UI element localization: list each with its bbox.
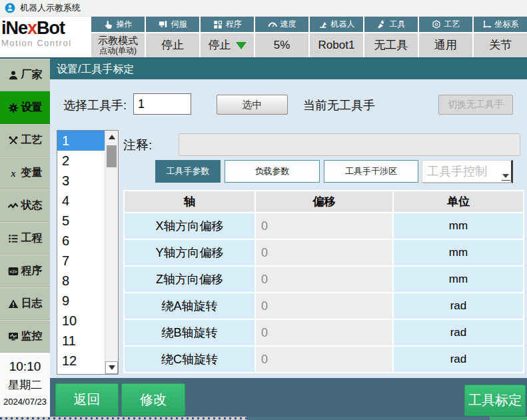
tool-calibration-button[interactable]: 工具标定 <box>464 385 526 416</box>
list-item[interactable]: 1 <box>57 131 105 151</box>
tab-coordinate[interactable]: 坐标系 <box>474 17 527 32</box>
robot-select-button[interactable]: Robot1 <box>310 33 363 57</box>
svg-text:x: x <box>10 168 15 178</box>
brand-subtitle: Motion Control <box>1 38 90 48</box>
table-row: Z轴方向偏移 0 mm <box>125 267 523 292</box>
tab-speed[interactable]: 速度 <box>255 17 308 32</box>
tab-operation[interactable]: 操作 <box>91 17 145 32</box>
coordinate-select-button[interactable]: 关节 <box>474 33 527 57</box>
svg-text:</>: </> <box>9 269 17 275</box>
offset-value-field[interactable]: 0 <box>256 267 392 292</box>
list-item[interactable]: 4 <box>57 191 105 211</box>
offset-value-field[interactable]: 0 <box>256 320 392 345</box>
list-scrollbar[interactable] <box>105 131 118 374</box>
list-item[interactable]: 10 <box>57 311 105 331</box>
monitor-icon <box>8 331 19 342</box>
list-item[interactable]: 3 <box>57 171 105 191</box>
sidebar-item-process[interactable]: 工艺 <box>0 124 50 157</box>
sidebar-item-project[interactable]: 工程 <box>0 222 50 255</box>
sidebar-item-log[interactable]: 日志 <box>0 287 50 320</box>
mode-button[interactable]: 示教模式 点动(单动) <box>91 33 145 57</box>
tool-list: 1 2 3 4 5 6 7 8 9 10 11 12 <box>57 130 119 375</box>
sidebar-item-variables[interactable]: x 变量 <box>0 157 50 189</box>
list-item[interactable]: 11 <box>57 331 105 351</box>
table-row: 绕C轴旋转 0 rad <box>125 347 523 372</box>
tab-tool-params[interactable]: 工具手参数 <box>155 160 221 183</box>
list-item[interactable]: 8 <box>57 271 105 291</box>
tab-program[interactable]: 程序 <box>201 17 254 32</box>
tool-select-label: 选择工具手: <box>63 97 127 113</box>
process-select-button[interactable]: 通用 <box>419 33 472 57</box>
tool-control-dropdown[interactable]: 工具手控制 <box>422 160 513 183</box>
scroll-up-icon[interactable] <box>105 131 118 143</box>
run-status-button[interactable]: 停止 <box>201 33 254 57</box>
list-item[interactable]: 5 <box>57 211 105 231</box>
back-button[interactable]: 返回 <box>55 383 119 416</box>
speed-icon <box>268 20 277 29</box>
robot-icon <box>318 20 328 29</box>
clock-time: 10:10 <box>0 359 50 374</box>
tab-load-params[interactable]: 负载参数 <box>225 160 320 183</box>
current-tool-status: 当前无工具手 <box>303 97 375 113</box>
offset-value-field[interactable]: 0 <box>256 293 392 319</box>
page-title: 设置/工具手标定 <box>50 59 527 79</box>
tool-select-button[interactable]: 无工具 <box>364 33 418 57</box>
code-icon: </> <box>8 266 19 277</box>
scroll-down-icon[interactable] <box>105 361 118 374</box>
tab-tool[interactable]: 工具 <box>364 17 418 32</box>
col-header-unit: 单位 <box>394 191 523 212</box>
speed-value-button[interactable]: 5% <box>255 33 308 57</box>
gear-icon <box>8 103 19 113</box>
footer-bar: 返回 修改 工具标定 <box>50 378 527 417</box>
tools-icon <box>8 135 19 146</box>
table-row: X轴方向偏移 0 mm <box>125 213 523 239</box>
main-panel: 设置/工具手标定 选择工具手: 选中 当前无工具手 切换无工具手 1 2 3 4… <box>50 59 527 420</box>
col-header-axis: 轴 <box>125 191 255 212</box>
sidebar-item-status[interactable]: 状态 <box>0 189 50 222</box>
table-row: 绕B轴旋转 0 rad <box>125 320 523 345</box>
coord-icon <box>482 20 492 29</box>
list-item[interactable]: 9 <box>57 291 105 311</box>
wrench-icon <box>377 20 386 29</box>
sidebar-item-program[interactable]: </> 程序 <box>0 255 50 287</box>
offset-value-field[interactable]: 0 <box>256 240 392 265</box>
col-header-offset: 偏移 <box>256 191 392 212</box>
window-titlebar: 机器人示教系统 <box>0 0 527 17</box>
sidebar-item-settings[interactable]: 设置 <box>0 91 50 124</box>
green-down-triangle-icon <box>236 42 247 49</box>
sidebar: 厂家 设置 工艺 x 变量 状态 工程 </> 程序 日志 监控 10:10 星… <box>0 59 50 420</box>
list-item[interactable]: 7 <box>57 251 105 271</box>
switch-no-tool-button[interactable]: 切换无工具手 <box>438 95 513 115</box>
select-button[interactable]: 选中 <box>217 95 288 115</box>
variable-icon: x <box>8 168 19 179</box>
log-icon <box>8 299 19 309</box>
list-item[interactable]: 12 <box>57 351 105 371</box>
tab-servo[interactable]: 伺服 <box>146 17 199 32</box>
sidebar-item-manufacturer[interactable]: 厂家 <box>0 59 50 91</box>
tab-process[interactable]: 工艺 <box>419 17 472 32</box>
comment-input[interactable] <box>179 133 520 156</box>
clock-day: 星期二 <box>0 377 50 393</box>
background-window-sliver <box>0 417 527 420</box>
chevron-down-icon <box>502 174 509 178</box>
scrollbar-thumb[interactable] <box>107 145 117 167</box>
table-row: Y轴方向偏移 0 mm <box>125 240 523 265</box>
process-icon <box>432 20 441 29</box>
tool-number-input[interactable] <box>133 93 191 115</box>
offset-table: 轴 偏移 单位 X轴方向偏移 0 mm Y轴方向偏移 0 mm Z轴方向偏移 0… <box>123 190 524 373</box>
offset-value-field[interactable]: 0 <box>256 213 392 239</box>
list-item[interactable]: 2 <box>57 151 105 171</box>
tab-robot[interactable]: 机器人 <box>310 17 363 32</box>
servo-status-button[interactable]: 停止 <box>146 33 199 57</box>
app-icon <box>5 3 15 13</box>
modify-button[interactable]: 修改 <box>121 383 185 416</box>
list-item[interactable]: 6 <box>57 231 105 251</box>
offset-value-field[interactable]: 0 <box>256 347 392 372</box>
project-icon <box>8 233 19 244</box>
program-icon <box>213 20 223 29</box>
sidebar-item-monitor[interactable]: 监控 <box>0 320 50 353</box>
servo-icon <box>159 20 168 29</box>
comment-label: 注释: <box>123 137 152 154</box>
tab-tool-interference[interactable]: 工具手干涉区 <box>324 160 418 183</box>
window-title: 机器人示教系统 <box>20 2 81 14</box>
